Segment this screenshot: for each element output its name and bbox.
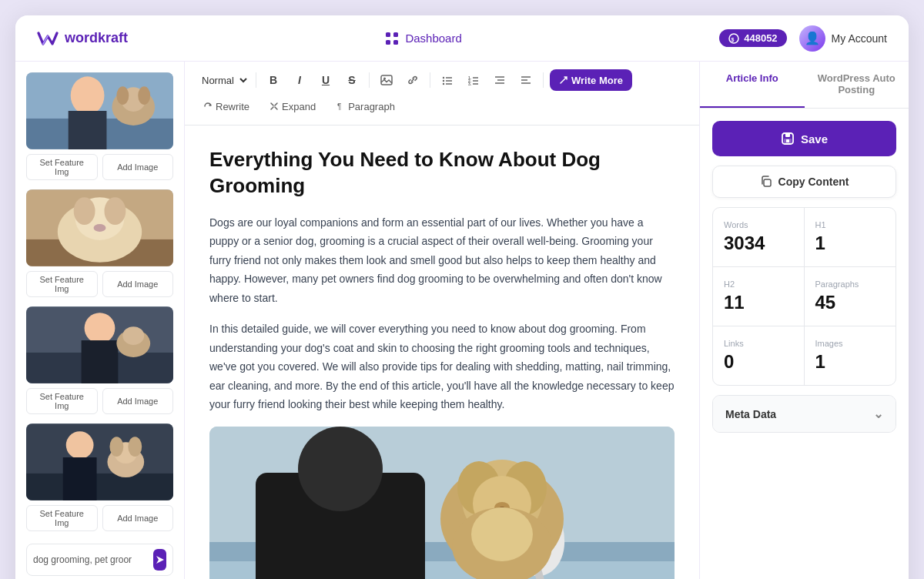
tab-wordpress[interactable]: WordPress Auto Posting — [805, 62, 909, 108]
svg-point-62 — [298, 427, 383, 511]
italic-button[interactable]: I — [289, 69, 310, 91]
list-ul-icon — [441, 74, 454, 86]
add-image-btn-2[interactable]: Add Image — [102, 271, 174, 297]
write-more-button[interactable]: Write More — [550, 69, 632, 91]
article-para-1: Dogs are our loyal companions and form a… — [209, 213, 675, 308]
image-button[interactable] — [376, 69, 397, 91]
svg-point-19 — [104, 197, 126, 225]
h1-value: 1 — [815, 233, 886, 254]
copy-icon — [760, 176, 772, 188]
svg-rect-32 — [63, 457, 97, 500]
indent-btn[interactable] — [489, 69, 511, 91]
svg-point-36 — [128, 437, 142, 457]
set-feature-btn-3[interactable]: Set Feature Img — [26, 388, 98, 414]
svg-rect-3 — [393, 40, 398, 45]
underline-button[interactable]: U — [315, 69, 336, 91]
meta-accordion: Meta Data ⌄ — [712, 395, 896, 433]
image-block-1: Set Feature Img Add Image — [26, 72, 173, 180]
links-label: Links — [724, 339, 793, 348]
h1-label: H1 — [815, 220, 886, 229]
outdent-btn[interactable] — [515, 69, 537, 91]
paragraph-button[interactable]: ¶ Paragraph — [328, 95, 403, 117]
image-actions-3: Set Feature Img Add Image — [26, 388, 173, 414]
indent-icon — [494, 74, 506, 86]
link-button[interactable] — [402, 69, 424, 91]
chevron-down-icon: ⌄ — [873, 407, 883, 421]
bold-button[interactable]: B — [263, 69, 284, 91]
meta-header[interactable]: Meta Data ⌄ — [713, 396, 896, 432]
article-main-image — [209, 427, 675, 579]
image-actions-2: Set Feature Img Add Image — [26, 271, 173, 297]
editor-area: Normal B I U S — [185, 62, 699, 579]
credits-value: 448052 — [744, 32, 777, 44]
paragraph-label: Paragraph — [348, 101, 395, 112]
dog-scene-1 — [26, 72, 173, 149]
list-ol-button[interactable]: 1. 2. 3. — [463, 69, 484, 91]
send-icon — [155, 554, 166, 565]
credits-icon: $ — [728, 33, 739, 44]
toolbar-divider-4 — [543, 72, 544, 88]
svg-point-22 — [94, 224, 106, 232]
save-button[interactable]: Save — [712, 121, 896, 156]
dashboard-label[interactable]: Dashboard — [405, 32, 461, 45]
dog-scene-4 — [26, 423, 173, 500]
image-thumb-4 — [26, 423, 173, 500]
dog-scene-2 — [26, 189, 173, 266]
set-feature-btn-4[interactable]: Set Feature Img — [26, 505, 98, 531]
list-ul-button[interactable] — [437, 69, 458, 91]
write-more-label: Write More — [571, 75, 623, 86]
stat-images: Images 1 — [805, 326, 896, 385]
expand-label: Expand — [282, 101, 316, 112]
dog-scene-3 — [26, 306, 173, 383]
svg-point-77 — [471, 507, 533, 561]
expand-button[interactable]: Expand — [262, 95, 323, 117]
tags-input[interactable] — [33, 554, 149, 565]
nav-right: $ 448052 👤 My Account — [719, 25, 887, 52]
logo-text: wordkraft — [65, 30, 128, 46]
tags-send-button[interactable] — [153, 549, 166, 571]
account-button[interactable]: 👤 My Account — [799, 25, 887, 52]
save-icon — [781, 132, 795, 146]
image-block-4: Set Feature Img Add Image — [26, 423, 173, 531]
image-block-3: Set Feature Img Add Image — [26, 306, 173, 414]
rewrite-button[interactable]: Rewrite — [196, 95, 257, 117]
tab-article-info[interactable]: Article Info — [700, 62, 805, 108]
save-label: Save — [801, 132, 828, 146]
avatar: 👤 — [799, 25, 825, 52]
svg-rect-0 — [386, 32, 390, 37]
list-ol-icon: 1. 2. 3. — [467, 74, 480, 86]
editor-content[interactable]: Everything You Need to Know About Dog Gr… — [185, 126, 699, 579]
svg-text:¶: ¶ — [337, 102, 341, 111]
strikethrough-button[interactable]: S — [341, 69, 363, 91]
copy-content-button[interactable]: Copy Content — [712, 166, 896, 198]
svg-rect-2 — [386, 40, 390, 45]
svg-point-25 — [85, 313, 116, 343]
set-feature-btn-2[interactable]: Set Feature Img — [26, 271, 98, 297]
rewrite-label: Rewrite — [216, 101, 249, 112]
image-block-2: Set Feature Img Add Image — [26, 189, 173, 297]
images-value: 1 — [815, 351, 886, 373]
svg-text:$: $ — [732, 36, 735, 42]
credits-badge: $ 448052 — [719, 29, 786, 47]
add-image-btn-3[interactable]: Add Image — [102, 388, 174, 414]
svg-rect-81 — [786, 139, 789, 142]
account-label: My Account — [832, 32, 887, 45]
toolbar-divider-2 — [369, 72, 370, 88]
svg-point-12 — [116, 86, 129, 105]
svg-rect-30 — [26, 474, 173, 500]
add-image-btn-4[interactable]: Add Image — [102, 505, 174, 531]
svg-point-40 — [443, 80, 444, 82]
format-select[interactable]: Normal — [196, 72, 249, 89]
svg-point-18 — [74, 197, 95, 225]
article-para-2: In this detailed guide, we will cover ev… — [209, 320, 675, 414]
svg-rect-26 — [82, 340, 119, 383]
copy-label: Copy Content — [778, 176, 849, 188]
panel-tabs: Article Info WordPress Auto Posting — [700, 62, 909, 109]
app-logo: wordkraft — [37, 30, 128, 47]
svg-rect-37 — [381, 75, 392, 85]
add-image-btn-1[interactable]: Add Image — [102, 154, 174, 180]
top-nav: wordkraft Dashboard $ 448052 👤 My Accou — [15, 15, 909, 62]
set-feature-btn-1[interactable]: Set Feature Img — [26, 154, 98, 180]
svg-rect-9 — [69, 111, 107, 149]
link-icon — [407, 74, 419, 86]
